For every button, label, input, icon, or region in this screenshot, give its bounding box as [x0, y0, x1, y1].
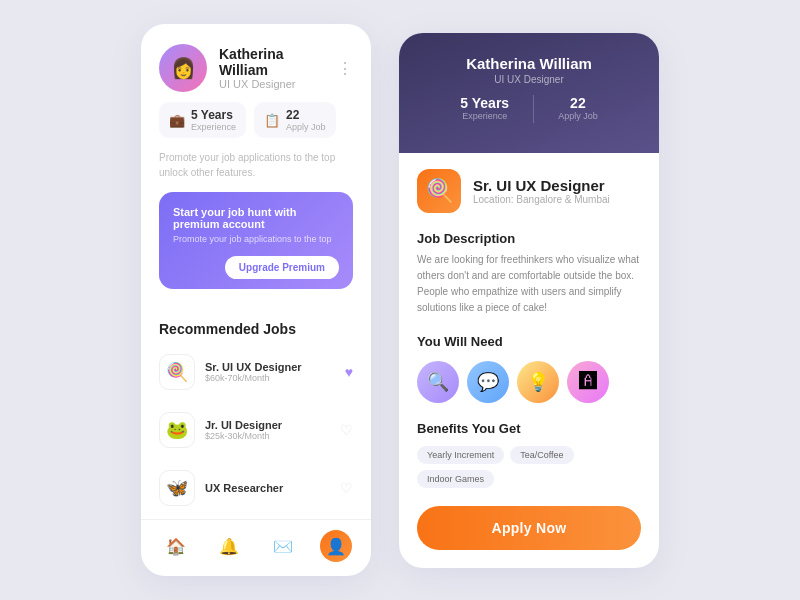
upgrade-subtitle: Promote your job applications to the top [173, 234, 339, 244]
right-apply-label: Apply Job [558, 111, 598, 121]
benefit-indoor: Indoor Games [417, 470, 494, 488]
avatar-emoji: 👩 [171, 56, 196, 80]
upgrade-banner: Start your job hunt with premium account… [159, 192, 353, 289]
skill-idea: 💡 [517, 361, 559, 403]
job-heart-1[interactable]: ♥ [345, 364, 353, 380]
recommended-jobs-title: Recommended Jobs [141, 307, 371, 345]
stats-divider [533, 95, 534, 123]
profile-row: 👩 Katherina William UI UX Designer ⋮ [159, 44, 353, 92]
skill-adobe: 🅰 [567, 361, 609, 403]
apply-icon: 📋 [264, 113, 280, 128]
right-stat-apply: 22 Apply Job [558, 95, 598, 123]
description-text: We are looking for freethinkers who visu… [399, 250, 659, 326]
skills-heading: You Will Need [399, 326, 659, 353]
job-title-2: Jr. UI Designer [205, 419, 330, 431]
job-heart-2[interactable]: ♡ [340, 422, 353, 438]
job-info-2: Jr. UI Designer $25k-30k/Month [205, 419, 330, 441]
stats-row: 💼 5 Years Experience 📋 22 Apply Job [159, 102, 353, 138]
job-title-3: UX Researcher [205, 482, 330, 494]
benefit-tea: Tea/Coffee [510, 446, 573, 464]
right-exp-val: 5 Years [460, 95, 509, 111]
right-profile-role: UI UX Designer [417, 74, 641, 85]
right-profile-name: Katherina William [417, 55, 641, 72]
job-detail-title: Sr. UI UX Designer [473, 177, 610, 194]
job-item-3[interactable]: 🦋 UX Researcher ♡ [151, 461, 361, 515]
job-detail-logo: 🍭 [417, 169, 461, 213]
left-card: 👩 Katherina William UI UX Designer ⋮ 💼 5… [141, 24, 371, 576]
benefits-heading: Benefits You Get [399, 413, 659, 440]
profile-name: Katherina William [219, 46, 325, 78]
skill-chat: 💬 [467, 361, 509, 403]
benefit-yearly: Yearly Increment [417, 446, 504, 464]
job-list: 🍭 Sr. UI UX Designer $60k-70k/Month ♥ 🐸 … [141, 345, 371, 519]
experience-icon: 💼 [169, 113, 185, 128]
apply-label: Apply Job [286, 122, 326, 132]
apply-btn-wrap: Apply Now [399, 502, 659, 568]
apply-value: 22 [286, 108, 326, 122]
benefits-row: Yearly Increment Tea/Coffee Indoor Games [399, 440, 659, 502]
nav-messages[interactable]: ✉️ [267, 530, 299, 562]
stat-apply-job: 📋 22 Apply Job [254, 102, 336, 138]
left-card-top: 👩 Katherina William UI UX Designer ⋮ 💼 5… [141, 24, 371, 307]
avatar: 👩 [159, 44, 207, 92]
right-apply-val: 22 [558, 95, 598, 111]
right-card-body: 🍭 Sr. UI UX Designer Location: Bangalore… [399, 153, 659, 568]
job-logo-1: 🍭 [159, 354, 195, 390]
stat-experience: 💼 5 Years Experience [159, 102, 246, 138]
skill-search: 🔍 [417, 361, 459, 403]
right-exp-label: Experience [460, 111, 509, 121]
job-title-1: Sr. UI UX Designer [205, 361, 335, 373]
promo-text: Promote your job applications to the top… [159, 150, 353, 180]
upgrade-button[interactable]: Upgrade Premium [225, 256, 339, 279]
bottom-nav: 🏠 🔔 ✉️ 👤 [141, 519, 371, 576]
description-heading: Job Description [399, 223, 659, 250]
job-detail-location: Location: Bangalore & Mumbai [473, 194, 610, 205]
job-item-2[interactable]: 🐸 Jr. UI Designer $25k-30k/Month ♡ [151, 403, 361, 457]
right-stat-experience: 5 Years Experience [460, 95, 509, 123]
job-detail-header: 🍭 Sr. UI UX Designer Location: Bangalore… [399, 153, 659, 223]
right-stats-row: 5 Years Experience 22 Apply Job [417, 95, 641, 123]
profile-role: UI UX Designer [219, 78, 325, 90]
job-heart-3[interactable]: ♡ [340, 480, 353, 496]
apply-now-button[interactable]: Apply Now [417, 506, 641, 550]
nav-notifications[interactable]: 🔔 [213, 530, 245, 562]
skills-row: 🔍 💬 💡 🅰 [399, 353, 659, 413]
job-salary-2: $25k-30k/Month [205, 431, 330, 441]
experience-value: 5 Years [191, 108, 236, 122]
job-salary-1: $60k-70k/Month [205, 373, 335, 383]
job-item-1[interactable]: 🍭 Sr. UI UX Designer $60k-70k/Month ♥ [151, 345, 361, 399]
more-icon[interactable]: ⋮ [337, 59, 353, 78]
nav-home[interactable]: 🏠 [160, 530, 192, 562]
job-info-1: Sr. UI UX Designer $60k-70k/Month [205, 361, 335, 383]
upgrade-title: Start your job hunt with premium account [173, 206, 339, 230]
job-logo-2: 🐸 [159, 412, 195, 448]
job-info-3: UX Researcher [205, 482, 330, 494]
profile-info: Katherina William UI UX Designer [219, 46, 325, 90]
right-card-header: Katherina William UI UX Designer 5 Years… [399, 33, 659, 153]
job-logo-3: 🦋 [159, 470, 195, 506]
nav-profile[interactable]: 👤 [320, 530, 352, 562]
experience-label: Experience [191, 122, 236, 132]
right-card: Katherina William UI UX Designer 5 Years… [399, 33, 659, 568]
job-detail-info: Sr. UI UX Designer Location: Bangalore &… [473, 177, 610, 205]
